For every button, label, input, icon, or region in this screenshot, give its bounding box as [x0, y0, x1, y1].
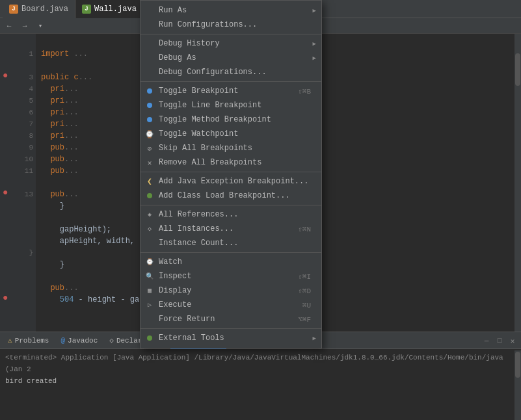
separator-6	[140, 328, 321, 329]
menu-remove-all-breakpoints-label: Remove All Breakpoints	[159, 158, 261, 167]
menu-debug-as[interactable]: Debug As	[140, 51, 321, 65]
javadoc-icon: @	[60, 337, 65, 345]
menu-toggle-method-breakpoint-label: Toggle Method Breakpoint	[159, 115, 271, 124]
menu-debug-as-label: Debug As	[159, 53, 196, 62]
tab-board-java[interactable]: J Board.java	[3, 0, 75, 18]
menu-force-return[interactable]: Force Return ⌥⌘F	[140, 312, 321, 326]
menu-debug-configurations[interactable]: Debug Configurations...	[140, 65, 321, 79]
minimize-panel-button[interactable]: —	[481, 335, 492, 347]
menu-toggle-breakpoint-label: Toggle Breakpoint	[159, 86, 238, 96]
menu-instance-count[interactable]: Instance Count...	[140, 236, 321, 250]
toggle-method-breakpoint-icon	[144, 114, 155, 125]
toggle-breakpoint-shortcut: ⇧⌘B	[285, 87, 311, 96]
add-class-load-icon	[144, 190, 155, 201]
menu-run-as[interactable]: Run As	[140, 3, 321, 18]
watch-icon: ⌚	[144, 257, 155, 267]
menu-add-java-exception[interactable]: ❮ Add Java Exception Breakpoint...	[140, 174, 321, 189]
menu-toggle-line-breakpoint-label: Toggle Line Breakpoint	[159, 101, 261, 110]
remove-all-breakpoints-icon: ✕	[144, 157, 155, 168]
separator-5	[140, 252, 321, 253]
menu-remove-all-breakpoints[interactable]: ✕ Remove All Breakpoints	[140, 155, 321, 170]
menu-display-label: Display	[159, 286, 191, 295]
menu-skip-all-breakpoints-label: Skip All Breakpoints	[159, 144, 252, 153]
menu-force-return-label: Force Return	[159, 315, 215, 324]
board-java-label: Board.java	[21, 5, 68, 14]
console-scrollbar-thumb[interactable]	[515, 352, 520, 378]
skip-all-breakpoints-icon: ⊘	[144, 143, 155, 153]
separator-2	[140, 81, 321, 82]
execute-icon: ▷	[144, 300, 155, 310]
inspect-icon: 🔍	[144, 271, 155, 282]
toggle-line-breakpoint-icon	[144, 100, 155, 111]
menu-add-class-load[interactable]: Add Class Load Breakpoint...	[140, 189, 321, 203]
menu-all-instances[interactable]: ◇ All Instances... ⇧⌘N	[140, 222, 321, 236]
editor-scrollbar[interactable]	[514, 34, 521, 332]
all-instances-icon: ◇	[144, 224, 155, 234]
toggle-watchpoint-icon: ⌚	[144, 129, 155, 139]
maximize-panel-button[interactable]: □	[494, 335, 505, 347]
menu-run-as-label: Run As	[159, 6, 187, 15]
menu-execute[interactable]: ▷ Execute ⌘U	[140, 298, 321, 312]
menu-toggle-line-breakpoint[interactable]: Toggle Line Breakpoint	[140, 98, 321, 112]
wall-java-label: Wall.java	[94, 5, 137, 14]
menu-all-references[interactable]: ◈ All References...	[140, 207, 321, 222]
menu-debug-history[interactable]: Debug History	[140, 36, 321, 51]
display-shortcut: ⇧⌘D	[285, 287, 311, 295]
line-numbers: 1 3 4 5 6 7 8 9 10 11 13 }	[13, 34, 36, 332]
context-menu: Run As Run Configurations... Debug Histo…	[140, 0, 322, 348]
dropdown-button[interactable]: ▾	[34, 20, 47, 32]
breakpoint-arrow-1: ●	[3, 70, 8, 81]
menu-all-references-label: All References...	[159, 210, 238, 219]
menu-debug-history-label: Debug History	[159, 39, 220, 48]
menu-debug-configurations-label: Debug Configurations...	[159, 68, 267, 77]
javadoc-label: Javadoc	[68, 337, 98, 345]
force-return-shortcut: ⌥⌘F	[285, 315, 311, 324]
menu-toggle-watchpoint[interactable]: ⌚ Toggle Watchpoint	[140, 127, 321, 141]
add-java-exception-icon: ❮	[144, 176, 155, 187]
bottom-toolbar: — □ ✕	[481, 332, 521, 349]
all-references-icon: ◈	[144, 209, 155, 220]
separator-1	[140, 34, 321, 34]
back-button[interactable]: ←	[3, 20, 16, 32]
menu-toggle-breakpoint[interactable]: Toggle Breakpoint ⇧⌘B	[140, 84, 321, 98]
gutter-area: ● ● ●	[0, 34, 13, 332]
menu-external-tools[interactable]: External Tools	[140, 331, 321, 345]
menu-run-configurations[interactable]: Run Configurations...	[140, 18, 321, 32]
close-panel-button[interactable]: ✕	[507, 335, 518, 347]
editor-scrollbar-thumb[interactable]	[515, 53, 520, 86]
breakpoint-arrow-2: ●	[3, 187, 8, 198]
menu-inspect[interactable]: 🔍 Inspect ⇧⌘I	[140, 269, 321, 283]
console-scrollbar[interactable]	[514, 350, 521, 420]
menu-watch-label: Watch	[159, 257, 182, 267]
breakpoint-arrow-3: ●	[3, 293, 8, 303]
menu-run-configurations-label: Run Configurations...	[159, 20, 257, 29]
execute-shortcut: ⌘U	[289, 301, 311, 309]
console-content: <terminated> Application [Java Applicati…	[0, 349, 521, 389]
menu-inspect-label: Inspect	[159, 272, 191, 281]
wall-java-icon: J	[82, 5, 91, 14]
menu-skip-all-breakpoints[interactable]: ⊘ Skip All Breakpoints	[140, 141, 321, 155]
menu-display[interactable]: ▦ Display ⇧⌘D	[140, 283, 321, 298]
forward-button[interactable]: →	[18, 20, 31, 32]
console-title-line: <terminated> Application [Java Applicati…	[5, 352, 516, 375]
external-tools-icon	[144, 333, 155, 343]
all-instances-shortcut: ⇧⌘N	[285, 225, 311, 233]
separator-4	[140, 205, 321, 205]
menu-external-tools-label: External Tools	[159, 334, 224, 343]
tab-javadoc[interactable]: @ Javadoc	[55, 332, 103, 349]
menu-watch[interactable]: ⌚ Watch	[140, 255, 321, 269]
console-output-line: bird created	[5, 375, 516, 387]
menu-add-java-exception-label: Add Java Exception Breakpoint...	[159, 177, 308, 186]
menu-execute-label: Execute	[159, 300, 191, 309]
menu-all-instances-label: All Instances...	[159, 224, 234, 233]
editor-area: J Board.java J Wall.java ✕ ← → ▾ ● ● ● 1…	[0, 0, 521, 332]
menu-add-class-load-label: Add Class Load Breakpoint...	[159, 191, 290, 200]
menu-toggle-watchpoint-label: Toggle Watchpoint	[159, 129, 238, 138]
separator-3	[140, 172, 321, 172]
problems-label: Problems	[15, 337, 49, 345]
menu-toggle-method-breakpoint[interactable]: Toggle Method Breakpoint	[140, 112, 321, 127]
tab-problems[interactable]: ⚠ Problems	[3, 332, 54, 349]
declaration-icon: ◇	[109, 336, 114, 345]
board-java-icon: J	[9, 5, 18, 14]
menu-instance-count-label: Instance Count...	[159, 239, 238, 248]
